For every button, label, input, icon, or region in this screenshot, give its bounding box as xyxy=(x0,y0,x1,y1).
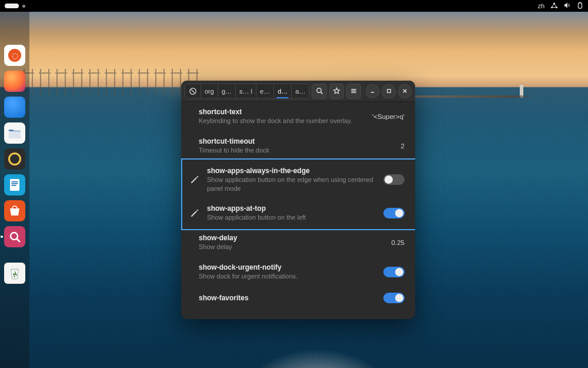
setting-value: 2 xyxy=(401,142,405,150)
power-icon[interactable] xyxy=(577,2,583,10)
setting-row-show-favorites[interactable]: show-favorites xyxy=(181,287,415,309)
crumb-5[interactable]: a… xyxy=(292,84,309,98)
setting-toggle[interactable] xyxy=(383,174,405,185)
setting-description: Show application button on the left xyxy=(207,213,377,222)
dock-app-firefox[interactable] xyxy=(4,71,25,92)
setting-row-show-apps-always-in-the-edge[interactable]: show-apps-always-in-the-edgeShow applica… xyxy=(181,161,415,199)
setting-toggle[interactable] xyxy=(383,293,405,303)
setting-row-shortcut-timeout[interactable]: shortcut-timeoutTimeout to hide the dock… xyxy=(181,131,415,161)
volume-icon[interactable] xyxy=(564,2,571,10)
setting-row-show-apps-at-top[interactable]: show-apps-at-topShow application button … xyxy=(181,198,415,228)
svg-rect-6 xyxy=(12,183,18,184)
dock-app-thunderbird[interactable] xyxy=(4,97,25,118)
crumb-3[interactable]: e… xyxy=(256,84,274,98)
svg-rect-7 xyxy=(12,185,16,186)
wallpaper-lighthouse xyxy=(520,85,523,98)
setting-key: show-apps-at-top xyxy=(207,204,377,213)
crumb-4[interactable]: d… xyxy=(274,84,292,98)
svg-rect-3 xyxy=(579,3,582,8)
setting-row-shortcut-text[interactable]: shortcut-textKeybinding to show the dock… xyxy=(181,102,415,131)
workspace-dot-icon xyxy=(22,5,25,8)
path-breadcrumb[interactable]: org g… s… l e… d… a… xyxy=(185,84,309,99)
crumb-0[interactable]: org xyxy=(201,84,218,98)
settings-list[interactable]: shortcut-textKeybinding to show the dock… xyxy=(181,102,415,319)
dock-app-software[interactable] xyxy=(4,200,25,221)
setting-key: show-favorites xyxy=(199,294,377,302)
window-maximize-button[interactable] xyxy=(382,84,395,98)
input-source-indicator[interactable]: zh xyxy=(537,2,544,9)
setting-toggle[interactable] xyxy=(383,208,405,218)
setting-key: show-dock-urgent-notify xyxy=(199,263,377,271)
setting-key: shortcut-timeout xyxy=(199,137,395,145)
dock-app-dconf-editor[interactable] xyxy=(4,226,25,247)
window-minimize-button[interactable] xyxy=(366,84,379,98)
ubuntu-dock: ◌ xyxy=(0,12,29,368)
setting-value: 0.25 xyxy=(392,239,405,246)
setting-row-show-dock-urgent-notify[interactable]: show-dock-urgent-notifyShow dock for urg… xyxy=(181,257,415,287)
setting-description: Show application button on the edge when… xyxy=(207,175,377,193)
activities-pill-icon xyxy=(5,4,19,8)
svg-point-11 xyxy=(316,88,320,92)
svg-rect-5 xyxy=(12,181,18,183)
activities-corner[interactable] xyxy=(5,4,25,8)
dock-app-files[interactable] xyxy=(4,122,25,144)
crumb-2[interactable]: s… l xyxy=(236,84,256,98)
setting-description: Keybinding to show the dock and the numb… xyxy=(199,117,366,125)
network-icon[interactable] xyxy=(550,2,558,10)
headerbar: org g… s… l e… d… a… xyxy=(181,81,415,102)
setting-row-show-delay[interactable]: show-delayShow delay0.25 xyxy=(181,228,415,257)
dock-app-trash[interactable] xyxy=(4,263,25,284)
dock-app-rhythmbox[interactable] xyxy=(4,148,25,170)
edited-icon xyxy=(188,208,201,218)
crumb-1[interactable]: g… xyxy=(218,84,236,98)
dock-app-libreoffice-writer[interactable] xyxy=(4,174,25,195)
menu-button[interactable] xyxy=(346,84,361,99)
setting-value: '<Super>q' xyxy=(372,113,405,120)
setting-description: Timeout to hide the dock xyxy=(199,146,395,155)
bookmark-button[interactable] xyxy=(329,84,344,99)
top-bar: zh xyxy=(0,0,588,12)
setting-description: Show dock for urgent notifications. xyxy=(199,272,377,281)
path-root-icon[interactable] xyxy=(185,84,201,98)
setting-key: show-apps-always-in-the-edge xyxy=(207,167,377,175)
edited-icon xyxy=(188,175,201,184)
search-button[interactable] xyxy=(312,84,326,99)
setting-key: shortcut-text xyxy=(199,108,366,116)
setting-description: Show delay xyxy=(199,243,386,251)
svg-rect-12 xyxy=(387,89,390,93)
setting-toggle[interactable] xyxy=(383,267,405,277)
setting-key: show-delay xyxy=(199,234,386,242)
window-close-button[interactable] xyxy=(398,84,412,98)
svg-rect-9 xyxy=(11,268,19,270)
dconf-editor-window: org g… s… l e… d… a… shortcut-textKeybin… xyxy=(181,81,415,319)
dock-app-show-applications[interactable]: ◌ xyxy=(4,45,25,66)
